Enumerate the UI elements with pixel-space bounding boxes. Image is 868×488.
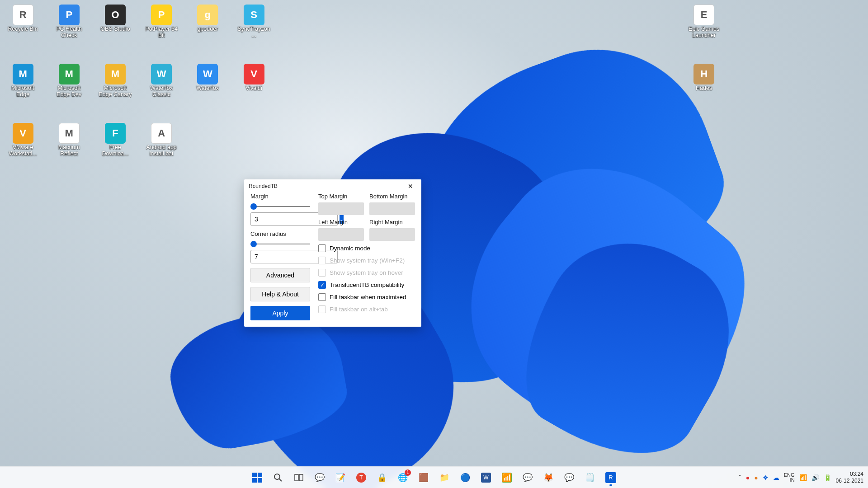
desktop-icon[interactable]: FFree Downloa... [98, 123, 132, 157]
icon-label: Free Downloa... [98, 145, 132, 157]
desktop-icon[interactable]: VVMware Workstati... [6, 123, 40, 157]
whatsapp-icon: 💬 [564, 473, 574, 483]
app-icon: P [151, 5, 172, 25]
tray-status3-icon[interactable]: ❖ [763, 474, 769, 481]
search-button[interactable] [269, 469, 287, 487]
taskbar-app-notepad[interactable]: 📝 [331, 469, 349, 487]
taskbar-app-sticky[interactable]: 🗒️ [581, 469, 599, 487]
taskbar-app-chrome[interactable]: 🔵 [456, 469, 474, 487]
chrome-icon: 🔵 [460, 473, 470, 483]
desktop-icon[interactable]: PPC Health Check [52, 5, 86, 39]
svg-line-5 [279, 479, 282, 481]
taskbar-app-word[interactable]: W [477, 469, 495, 487]
taskbar-app-todoist[interactable]: T [352, 469, 370, 487]
system-tray-hover-row: Show system tray on hover [318, 269, 415, 277]
taskbar-app-firefox[interactable]: 🦊 [539, 469, 557, 487]
help-about-button[interactable]: Help & About [250, 287, 310, 301]
fill-alttab-label: Fill taskbar on alt+tab [330, 306, 388, 313]
margin-slider[interactable] [250, 202, 310, 211]
svg-rect-0 [252, 473, 257, 477]
fill-maximised-row[interactable]: Fill taskbar when maximised [318, 293, 415, 301]
time-text: 03:24 [850, 471, 863, 477]
task-view-button[interactable] [290, 469, 308, 487]
close-button[interactable]: ✕ [404, 180, 417, 192]
right-margin-input[interactable] [369, 228, 415, 241]
titlebar[interactable]: RoundedTB ✕ [244, 179, 421, 193]
language-indicator[interactable]: ENG IN [784, 473, 795, 483]
icon-label: Recycle Bin [6, 26, 40, 33]
icon-label: Microsoft Edge Dev [52, 85, 86, 98]
app-icon: W [151, 64, 172, 84]
desktop-icon[interactable]: MMicrosoft Edge [6, 64, 40, 98]
taskbar-center: 💬 📝 T 🔒 🌐1 🟫 📁 🔵 W 📶 💬 🦊 💬 🗒️ R [248, 469, 620, 487]
lang-secondary: IN [790, 478, 795, 483]
fill-alttab-row: Fill taskbar on alt+tab [318, 305, 415, 313]
app-icon: P [59, 5, 80, 25]
rss-icon: 📶 [502, 473, 512, 483]
desktop-icon[interactable]: MMicrosoft Edge Dev [52, 64, 86, 98]
desktop-icon[interactable]: SSyncTrayzon... [237, 5, 271, 39]
desktop-icon[interactable]: MMacrium Reflect [52, 123, 86, 157]
icon-label: Microsoft Edge [6, 85, 40, 98]
widgets-button[interactable]: 💬 [311, 469, 329, 487]
corner-radius-slider[interactable] [250, 240, 310, 248]
top-margin-input[interactable] [318, 202, 364, 215]
tray-chevron-icon[interactable]: ˄ [738, 474, 741, 481]
bottom-margin-label: Bottom Margin [369, 193, 415, 200]
desktop-icon[interactable]: RRecycle Bin [6, 5, 40, 33]
icon-label: Microsoft Edge Canary [98, 85, 132, 98]
left-margin-input[interactable] [318, 228, 364, 241]
svg-rect-1 [258, 473, 262, 477]
system-tray: ˄ ● ● ❖ ☁ ENG IN 📶 🔊 🔋 03:24 06-12-2021 [738, 467, 863, 488]
app-icon: A [151, 123, 172, 144]
fill-maximised-label: Fill taskbar when maximised [330, 294, 406, 300]
icon-label: OBS Studio [98, 26, 132, 33]
bottom-margin-input[interactable] [369, 202, 415, 215]
desktop-icon[interactable]: EEpic Games Launcher [687, 5, 721, 39]
widgets-icon: 💬 [315, 473, 325, 483]
tray-status1-icon[interactable]: ● [746, 474, 750, 481]
tray-status2-icon[interactable]: ● [754, 474, 758, 481]
taskbar-app-edge[interactable]: 🌐1 [394, 469, 412, 487]
desktop-icon[interactable]: VVivaldi [237, 64, 271, 92]
wifi-icon[interactable]: 📶 [799, 474, 807, 481]
desktop-icon[interactable]: OOBS Studio [98, 5, 132, 33]
icon-label: Epic Games Launcher [687, 26, 721, 39]
icon-label: Vivaldi [237, 85, 271, 92]
dynamic-mode-row[interactable]: Dynamic mode [318, 244, 415, 252]
translucenttb-row[interactable]: ✓TranslucentTB compatibility [318, 281, 415, 289]
advanced-button[interactable]: Advanced [250, 268, 310, 282]
desktop-icon[interactable]: ggpodder [191, 5, 225, 33]
desktop-icon[interactable]: MMicrosoft Edge Canary [98, 64, 132, 98]
roundedtb-dialog: RoundedTB ✕ Margin ... Corner radius Adv… [244, 179, 421, 327]
taskbar-app-whatsapp[interactable]: 💬 [560, 469, 578, 487]
fill-maximised-checkbox[interactable] [318, 293, 326, 301]
taskbar-app-skype[interactable]: 💬 [519, 469, 537, 487]
taskbar-app-explorer[interactable]: 📁 [435, 469, 453, 487]
desktop-icon[interactable]: HHades [687, 64, 721, 92]
sticky-icon: 🗒️ [585, 473, 595, 483]
taskbar-app-roundedtb[interactable]: R [602, 469, 620, 487]
taskbar-app-rss[interactable]: 📶 [498, 469, 516, 487]
desktop-icon[interactable]: WWaterfox Classic [145, 64, 179, 98]
tray-onedrive-icon[interactable]: ☁ [773, 474, 779, 481]
svg-rect-2 [252, 478, 257, 483]
start-button[interactable] [248, 469, 266, 487]
desktop-icon[interactable]: WWaterfox [191, 64, 225, 92]
icon-label: Waterfox [191, 85, 225, 92]
skype-icon: 💬 [523, 473, 533, 483]
taskbar-app-lock[interactable]: 🔒 [373, 469, 391, 487]
volume-icon[interactable]: 🔊 [811, 474, 819, 481]
desktop-icon[interactable]: AAndroid app install.bat [145, 123, 179, 157]
taskbar-app-calc[interactable]: 🟫 [415, 469, 433, 487]
dynamic-mode-checkbox[interactable] [318, 244, 326, 252]
apply-button[interactable]: Apply [250, 306, 310, 320]
todoist-icon: T [356, 473, 366, 483]
desktop-icon[interactable]: PPotPlayer 64 Bit [145, 5, 179, 39]
clock[interactable]: 03:24 06-12-2021 [836, 471, 863, 484]
translucenttb-checkbox[interactable]: ✓ [318, 281, 326, 289]
icon-label: gpodder [191, 26, 225, 33]
fill-alttab-checkbox [318, 305, 326, 313]
right-margin-label: Right Margin [369, 219, 415, 225]
battery-icon[interactable]: 🔋 [824, 474, 831, 481]
